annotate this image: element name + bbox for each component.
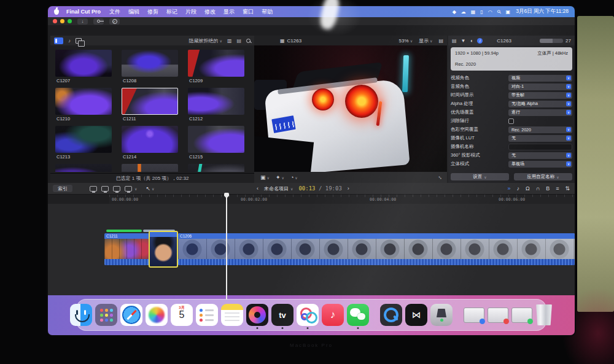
browser-clip[interactable]: C1212 bbox=[188, 88, 244, 122]
favorite-marker-bar[interactable] bbox=[106, 230, 142, 232]
dropdown-音频角色[interactable]: 对白-1 bbox=[508, 83, 572, 90]
skimming-icon[interactable]: » bbox=[507, 185, 510, 192]
browser-clip[interactable]: C1213 bbox=[55, 126, 112, 160]
clip-appearance-icon[interactable]: B bbox=[546, 185, 550, 192]
minimize-button[interactable] bbox=[60, 19, 64, 23]
dock-item-window3[interactable] bbox=[511, 301, 532, 329]
checkbox-消除隔行[interactable] bbox=[508, 118, 514, 124]
solo-icon[interactable]: Ω bbox=[526, 185, 530, 192]
insert-edit-icon[interactable] bbox=[101, 186, 109, 192]
dock-item-window1[interactable] bbox=[464, 301, 484, 329]
audio-tab-icon[interactable]: ◖ bbox=[470, 38, 473, 44]
browser-clip[interactable]: C1210 bbox=[55, 88, 112, 122]
connect-edit-icon[interactable] bbox=[90, 186, 97, 192]
menu-item[interactable]: 编辑 bbox=[128, 8, 139, 16]
dropdown-时间码显示[interactable]: 带丢帧 bbox=[508, 92, 572, 99]
viewer-overlay-icon[interactable]: ▤ bbox=[438, 38, 443, 44]
timeline-ruler[interactable]: 00:00:00:0000:00:02:0000:00:04:0000:00:0… bbox=[48, 194, 575, 204]
browser-clip[interactable]: C1209 bbox=[188, 50, 244, 83]
timeline-clip[interactable]: C1211 bbox=[104, 233, 150, 265]
input-source-icon[interactable]: ▣ bbox=[506, 9, 511, 15]
dock-item-finder[interactable] bbox=[70, 301, 92, 329]
browser-clip[interactable] bbox=[122, 164, 178, 172]
playhead[interactable] bbox=[226, 194, 227, 300]
pointer-tool-dropdown[interactable]: ↖ ∨ bbox=[146, 185, 154, 192]
filter-dropdown[interactable]: 隐藏被拒绝的 ∨ bbox=[188, 37, 222, 44]
browser-clip[interactable]: C1207 bbox=[55, 50, 112, 83]
append-edit-icon[interactable] bbox=[113, 186, 120, 192]
keyword-editor-button[interactable] bbox=[93, 18, 104, 25]
project-dropdown[interactable]: 未命名项目 ∨ bbox=[264, 185, 293, 192]
browser-clip[interactable] bbox=[188, 164, 244, 172]
cloud-icon[interactable]: ☁ bbox=[461, 9, 466, 15]
index-button[interactable]: 索引 bbox=[53, 185, 72, 192]
dock-item-safari[interactable] bbox=[120, 301, 142, 329]
list-view-icon[interactable]: ▤ bbox=[236, 38, 241, 44]
timeline-clip[interactable]: C1206 bbox=[178, 233, 575, 265]
settings-button[interactable]: 设置∨ bbox=[451, 173, 509, 180]
menu-item[interactable]: 文件 bbox=[109, 8, 120, 16]
video-tab-icon[interactable]: ▤ bbox=[452, 38, 457, 44]
dropdown-视频角色[interactable]: 视频 bbox=[508, 75, 572, 82]
dock-item-rings-app[interactable] bbox=[297, 301, 319, 329]
textfield-摄像机名称[interactable] bbox=[508, 144, 572, 150]
menu-item[interactable]: 窗口 bbox=[243, 8, 254, 16]
browser-clip[interactable]: C1208 bbox=[122, 50, 178, 83]
timeline-display-icon[interactable]: ≡ bbox=[556, 185, 559, 192]
background-tasks-button[interactable]: ✓ bbox=[109, 18, 120, 25]
retime-icon[interactable]: ◔∨ bbox=[290, 174, 298, 180]
dock-item-launchpad[interactable] bbox=[95, 301, 117, 329]
dropdown-立体模式[interactable]: 单视场 bbox=[508, 161, 572, 168]
view-options-dropdown[interactable]: 显示 ∨ bbox=[419, 37, 432, 44]
selected-timeline-clip[interactable] bbox=[149, 231, 178, 268]
app-menu-title[interactable]: Final Cut Pro bbox=[66, 9, 101, 15]
effects-wand-icon[interactable]: ✦∨ bbox=[276, 174, 284, 180]
expand-icon[interactable]: ⇅ bbox=[565, 185, 570, 192]
menu-item[interactable]: 修剪 bbox=[147, 8, 158, 16]
fullscreen-icon[interactable]: ↕ bbox=[437, 174, 443, 180]
zoom-dropdown[interactable]: 53% ∨ bbox=[399, 38, 413, 44]
dropdown-360° 投影模式[interactable]: 无 bbox=[508, 152, 572, 159]
browser-clip[interactable] bbox=[55, 164, 112, 172]
prev-project-button[interactable]: ‹ bbox=[257, 185, 258, 192]
menu-item[interactable]: 标记 bbox=[166, 8, 177, 16]
apply-custom-name-button[interactable]: 应用自定名称∨ bbox=[514, 173, 572, 180]
apple-menu-icon[interactable] bbox=[54, 9, 59, 15]
dock-item-calendar[interactable]: 3月5 bbox=[171, 301, 193, 329]
dock-item-notes[interactable] bbox=[221, 301, 243, 329]
menu-bar-clock[interactable]: 3月6日 周六 下午11:28 bbox=[516, 8, 569, 15]
color-tab-icon[interactable]: ▼ bbox=[461, 38, 466, 44]
dock-item-quicktime-player[interactable] bbox=[380, 301, 402, 329]
titles-generators-icon[interactable] bbox=[76, 38, 82, 44]
snapping-icon[interactable]: ∩ bbox=[536, 185, 540, 192]
search-icon[interactable] bbox=[246, 39, 251, 43]
zoom-button[interactable] bbox=[68, 19, 72, 23]
dropdown-摄像机 LUT[interactable]: 无 bbox=[508, 135, 572, 142]
photos-audio-icon[interactable]: ♪ bbox=[68, 38, 71, 44]
close-button[interactable] bbox=[53, 19, 57, 23]
menu-item[interactable]: 显示 bbox=[223, 8, 235, 16]
transform-icon[interactable]: ▣∨ bbox=[260, 174, 270, 180]
battery-icon[interactable]: ▯ bbox=[480, 9, 483, 15]
info-tab-icon[interactable]: i bbox=[477, 38, 483, 44]
keyboard-icon[interactable]: ▦ bbox=[471, 9, 476, 15]
dock-item-photos[interactable] bbox=[146, 301, 168, 329]
dropdown-色彩空间覆盖[interactable]: Rec. 2020 bbox=[508, 126, 572, 133]
clip-appearance-icon[interactable]: ▥ bbox=[227, 38, 232, 44]
dock-item-apple-tv[interactable]: tv bbox=[271, 301, 293, 329]
video-preview[interactable] bbox=[254, 45, 447, 172]
dock-item-capcut[interactable]: ⋈ bbox=[405, 301, 427, 329]
dock-item-final-cut-pro[interactable] bbox=[246, 301, 268, 329]
dock-item-wechat[interactable] bbox=[347, 301, 369, 329]
browser-clip[interactable]: C1214 bbox=[122, 126, 178, 160]
search-icon[interactable]: ⚲ bbox=[495, 9, 502, 15]
menu-item[interactable]: 片段 bbox=[185, 8, 196, 16]
chevron-down-icon[interactable]: ∨ bbox=[134, 187, 137, 191]
audio-skimming-icon[interactable]: ♪ bbox=[516, 185, 519, 192]
browser-clip[interactable]: C1215 bbox=[188, 126, 244, 160]
next-project-button[interactable]: › bbox=[348, 185, 349, 192]
wifi-icon[interactable]: ◠ bbox=[488, 9, 492, 15]
shortcuts-icon[interactable]: ◆ bbox=[453, 9, 456, 15]
timeline-track[interactable]: C1211 C1206 bbox=[48, 204, 575, 298]
overwrite-edit-icon[interactable] bbox=[125, 186, 132, 192]
